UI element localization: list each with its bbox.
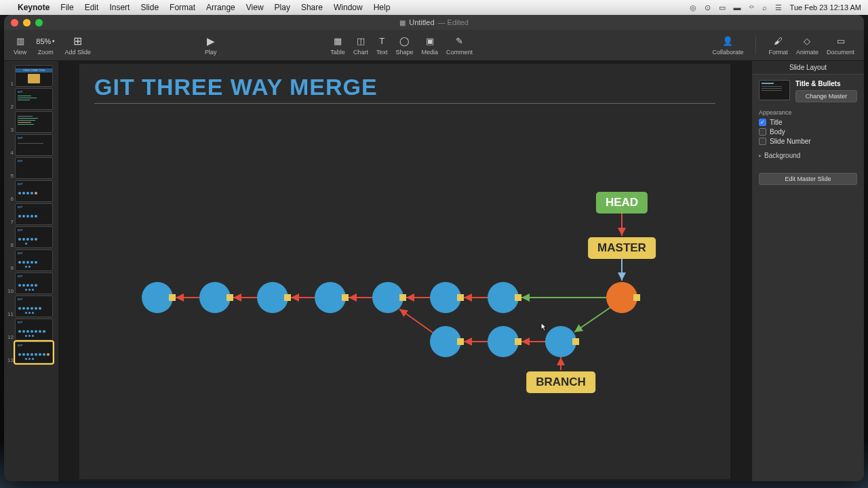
merge-commit-node[interactable] bbox=[606, 282, 637, 313]
master-tag[interactable]: MASTER bbox=[588, 237, 656, 259]
comment-button[interactable]: ✎Comment bbox=[446, 35, 473, 56]
slide-thumb-2[interactable]: GIT bbox=[15, 88, 53, 110]
shape-icon: ◯ bbox=[399, 35, 410, 47]
branch-tag[interactable]: BRANCH bbox=[526, 371, 595, 393]
target-icon[interactable]: ⊙ bbox=[705, 3, 711, 12]
layout-preview bbox=[759, 80, 790, 100]
slide-thumb-6[interactable]: GIT bbox=[15, 180, 53, 202]
title-checkbox-label: Title bbox=[770, 119, 783, 126]
commit-node[interactable] bbox=[430, 282, 461, 313]
battery-icon[interactable]: ▬ bbox=[734, 3, 741, 12]
view-icon: ▥ bbox=[16, 35, 24, 47]
search-icon[interactable]: ⌕ bbox=[762, 3, 767, 12]
commit-node[interactable] bbox=[372, 282, 403, 313]
menubar-clock[interactable]: Tue Feb 23 12:13 AM bbox=[790, 3, 861, 12]
slide: GIT THREE WAY MERGE bbox=[79, 64, 730, 479]
commit-node[interactable] bbox=[545, 326, 576, 357]
table-button[interactable]: ▦Table bbox=[330, 35, 345, 56]
title-checkbox[interactable]: ✓ bbox=[759, 119, 766, 126]
add-slide-button[interactable]: ⊞Add Slide bbox=[64, 35, 91, 56]
document-icon-btn: ▭ bbox=[837, 35, 845, 47]
arrows-svg bbox=[79, 64, 730, 479]
text-button[interactable]: TText bbox=[376, 35, 388, 56]
commit-node[interactable] bbox=[488, 326, 519, 357]
menu-view[interactable]: View bbox=[246, 3, 264, 12]
edit-master-slide-button[interactable]: Edit Master Slide bbox=[759, 173, 857, 185]
slide-thumb-11[interactable]: GIT bbox=[15, 296, 53, 317]
slide-thumb-5[interactable]: GIT bbox=[15, 157, 53, 179]
document-button[interactable]: ▭Document bbox=[827, 35, 854, 56]
background-disclosure[interactable]: Background bbox=[759, 152, 857, 159]
head-tag[interactable]: HEAD bbox=[596, 192, 648, 214]
inspector-tab-slide-layout[interactable]: Slide Layout bbox=[752, 61, 864, 75]
text-icon: T bbox=[379, 35, 384, 47]
format-icon: 🖌 bbox=[774, 35, 783, 47]
document-edited: Edited bbox=[448, 18, 469, 26]
add-slide-icon: ⊞ bbox=[73, 35, 82, 47]
document-title: Untitled bbox=[409, 18, 434, 26]
window-close-button[interactable] bbox=[11, 19, 18, 26]
editor-body: 1STAGE COMMIT PUSH 2GIT 3 4GIT 5GIT 6GIT… bbox=[4, 61, 864, 481]
slidenum-checkbox-label: Slide Number bbox=[770, 138, 811, 145]
display-icon[interactable]: ▭ bbox=[719, 3, 726, 12]
menu-slide[interactable]: Slide bbox=[140, 3, 159, 12]
zoom-button[interactable]: 85%Zoom bbox=[36, 35, 55, 56]
git-diagram: HEAD MASTER BRANCH bbox=[79, 64, 730, 479]
menu-play[interactable]: Play bbox=[275, 3, 290, 12]
commit-node[interactable] bbox=[430, 326, 461, 357]
inspector-panel: Slide Layout Title & Bullets Change Mast… bbox=[751, 61, 864, 481]
window-zoom-button[interactable] bbox=[35, 19, 43, 26]
menu-format[interactable]: Format bbox=[170, 3, 195, 12]
appearance-label: Appearance bbox=[759, 109, 857, 116]
play-button[interactable]: ▶Play bbox=[205, 35, 217, 56]
slidenum-checkbox[interactable] bbox=[759, 138, 766, 145]
slide-thumb-3[interactable] bbox=[15, 111, 53, 133]
play-icon: ▶ bbox=[207, 35, 215, 47]
menu-edit[interactable]: Edit bbox=[85, 3, 99, 12]
media-button[interactable]: ▣Media bbox=[421, 35, 438, 56]
format-button[interactable]: 🖌Format bbox=[768, 35, 788, 56]
titlebar: ▦ Untitled — Edited bbox=[4, 15, 864, 30]
menu-file[interactable]: File bbox=[60, 3, 73, 12]
commit-node[interactable] bbox=[142, 282, 173, 313]
collaborate-icon: 👤 bbox=[722, 35, 733, 47]
slide-thumb-1[interactable]: STAGE COMMIT PUSH bbox=[15, 65, 53, 87]
view-button[interactable]: ▥View bbox=[14, 35, 26, 56]
collaborate-button[interactable]: 👤Collaborate bbox=[712, 35, 743, 56]
window-minimize-button[interactable] bbox=[23, 19, 31, 26]
menu-share[interactable]: Share bbox=[301, 3, 323, 12]
slide-navigator[interactable]: 1STAGE COMMIT PUSH 2GIT 3 4GIT 5GIT 6GIT… bbox=[4, 61, 58, 481]
slide-thumb-8[interactable]: GIT bbox=[15, 226, 53, 248]
menu-arrange[interactable]: Arrange bbox=[206, 3, 235, 12]
animate-button[interactable]: ◇Animate bbox=[796, 35, 818, 56]
app-root: Keynote File Edit Insert Slide Format Ar… bbox=[0, 0, 868, 488]
commit-node[interactable] bbox=[315, 282, 346, 313]
change-master-button[interactable]: Change Master bbox=[795, 90, 857, 102]
body-checkbox-label: Body bbox=[770, 128, 785, 136]
slide-thumb-12[interactable]: GIT bbox=[15, 319, 53, 340]
zoom-value: 85% bbox=[36, 35, 55, 47]
slide-thumb-7[interactable]: GIT bbox=[15, 203, 53, 225]
wifi-icon[interactable]: ⌔ bbox=[749, 3, 754, 12]
slide-canvas[interactable]: GIT THREE WAY MERGE bbox=[58, 61, 751, 481]
menu-insert[interactable]: Insert bbox=[109, 3, 130, 12]
screencast-icon[interactable]: ◎ bbox=[690, 3, 696, 12]
slide-thumb-4[interactable]: GIT bbox=[15, 134, 53, 156]
table-icon: ▦ bbox=[334, 35, 342, 47]
animate-icon: ◇ bbox=[804, 35, 810, 47]
chart-button[interactable]: ◫Chart bbox=[353, 35, 368, 56]
commit-node[interactable] bbox=[257, 282, 288, 313]
media-icon: ▣ bbox=[426, 35, 434, 47]
shape-button[interactable]: ◯Shape bbox=[395, 35, 413, 56]
control-center-icon[interactable]: ☰ bbox=[775, 3, 782, 12]
commit-node[interactable] bbox=[488, 282, 519, 313]
menu-app[interactable]: Keynote bbox=[18, 3, 50, 12]
commit-node[interactable] bbox=[199, 282, 231, 313]
slide-thumb-10[interactable]: GIT bbox=[15, 272, 53, 294]
slide-thumb-13[interactable]: GIT bbox=[15, 342, 53, 363]
slide-thumb-9[interactable]: GIT bbox=[15, 249, 53, 271]
menu-help[interactable]: Help bbox=[374, 3, 391, 12]
menu-window[interactable]: Window bbox=[334, 3, 363, 12]
comment-icon: ✎ bbox=[456, 35, 463, 47]
body-checkbox[interactable] bbox=[759, 128, 766, 136]
